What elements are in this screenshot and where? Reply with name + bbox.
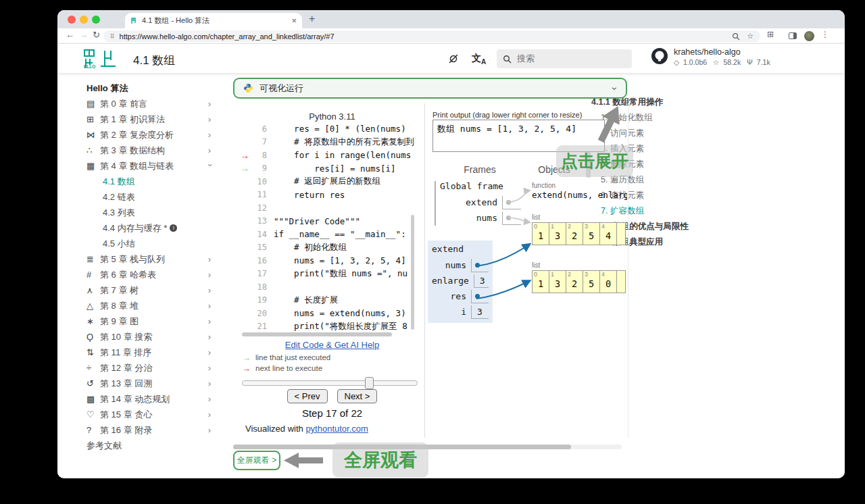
chevron-right-icon[interactable]: ›: [208, 363, 212, 373]
cell-value: 2: [566, 230, 583, 245]
url-text[interactable]: https://www.hello-algo.com/chapter_array…: [120, 32, 726, 41]
chevron-right-icon[interactable]: ›: [208, 130, 212, 140]
cell-index: 0: [533, 271, 549, 278]
edit-code-link[interactable]: Edit Code & Get AI Help: [285, 340, 379, 350]
chevron-right-icon[interactable]: ›: [208, 285, 212, 295]
sidebar-item[interactable]: ▦第 4 章 数组与链表›: [86, 158, 212, 174]
code-vertical-scrollbar[interactable]: [411, 215, 414, 330]
viz-panel-toggle[interactable]: 可视化运行 ›: [233, 78, 627, 99]
chevron-right-icon[interactable]: ›: [208, 394, 212, 404]
reload-icon[interactable]: ↻: [93, 30, 100, 40]
sidebar-item[interactable]: 4.4 内存与缓存 *!: [86, 220, 212, 236]
hello-algo-logo[interactable]: ELLO: [83, 49, 117, 69]
code-line: 16 nums = [1, 3, 2, 5, 4]: [240, 254, 425, 268]
minimize-window-button[interactable]: [80, 16, 88, 24]
close-window-button[interactable]: [68, 16, 76, 24]
cell-index: 1: [549, 271, 566, 278]
list-type-label: list: [532, 213, 628, 222]
sidebar-item[interactable]: ↺第 13 章 回溯›: [86, 376, 212, 391]
sidebar-item-label: 第 9 章 图: [100, 316, 139, 328]
sidebar-item-label: 第 15 章 贪心: [100, 409, 152, 421]
page-content: Hello 算法 ▤第 0 章 前言›⊞第 1 章 初识算法›⋈第 2 章 复杂…: [57, 73, 845, 478]
sidebar-item[interactable]: ▤第 0 章 前言›: [86, 96, 212, 111]
back-icon[interactable]: ←: [66, 30, 74, 40]
chevron-right-icon[interactable]: ›: [208, 409, 212, 420]
sidebar-item[interactable]: ⊞第 1 章 初识算法›: [86, 111, 212, 127]
step-slider-track[interactable]: [242, 380, 418, 386]
sidebar-item[interactable]: ▩第 14 章 动态规划›: [86, 391, 212, 407]
sidebar-item[interactable]: 4.2 链表: [86, 189, 212, 205]
chevron-down-icon[interactable]: ›: [610, 86, 621, 90]
fullscreen-link[interactable]: 全屏观看 >: [233, 451, 280, 470]
theme-toggle-icon[interactable]: [448, 53, 459, 64]
chapter-icon: ?: [86, 425, 100, 435]
code-horizontal-scrollbar[interactable]: [242, 332, 392, 336]
extensions-icon[interactable]: ⊞: [767, 30, 774, 39]
pointer-dot: [506, 200, 511, 205]
list-cell: 44: [599, 222, 617, 245]
side-panel-icon[interactable]: [789, 32, 797, 39]
step-slider-thumb[interactable]: [365, 377, 374, 389]
sidebar-item[interactable]: 4.3 列表: [86, 205, 212, 220]
browser-tab[interactable]: 4.1 数组 - Hello 算法 ×: [125, 13, 302, 28]
sidebar-item[interactable]: ?第 16 章 附录›: [86, 422, 212, 438]
chevron-right-icon[interactable]: ›: [208, 316, 212, 326]
sidebar-item[interactable]: △第 8 章 堆›: [86, 298, 212, 313]
new-tab-button[interactable]: +: [309, 13, 315, 25]
browser-menu-icon[interactable]: ⋮: [821, 30, 829, 39]
chevron-right-icon[interactable]: ›: [208, 332, 212, 342]
cell-value: 1: [533, 278, 549, 293]
sidebar-item[interactable]: Ϙ第 10 章 搜索›: [86, 329, 212, 345]
sidebar-item[interactable]: ⋏第 7 章 树›: [86, 282, 212, 298]
frame-variable-row: nums: [440, 210, 521, 226]
prev-step-button[interactable]: < Prev: [287, 389, 328, 403]
chevron-right-icon[interactable]: ›: [208, 347, 212, 357]
forward-icon[interactable]: →: [79, 30, 88, 40]
translate-icon[interactable]: 文A: [472, 53, 486, 66]
chevron-right-icon[interactable]: ›: [208, 99, 212, 109]
sidebar-item[interactable]: ≣第 5 章 栈与队列›: [86, 251, 212, 267]
zoom-window-button[interactable]: [92, 16, 100, 24]
print-output-label: Print output (drag lower right corner to…: [432, 111, 582, 119]
chevron-down-icon[interactable]: ›: [205, 163, 215, 168]
sidebar-item[interactable]: ⇅第 11 章 排序›: [86, 345, 212, 360]
chevron-right-icon[interactable]: ›: [208, 425, 212, 435]
global-frame: Global frame extendnums: [435, 181, 521, 226]
line-number: 16: [251, 256, 267, 266]
chevron-right-icon[interactable]: ›: [208, 254, 212, 264]
profile-avatar[interactable]: [804, 31, 814, 41]
search-input[interactable]: 搜索: [497, 49, 632, 68]
site-header: ELLO 4.1 数组 文A 搜索 krahets/hello-algo ◇1.…: [57, 44, 845, 73]
tab-close-icon[interactable]: ×: [291, 16, 297, 26]
sidebar-item[interactable]: ⋈第 2 章 复杂度分析›: [86, 127, 212, 143]
chevron-right-icon[interactable]: ›: [208, 301, 212, 311]
sidebar-item[interactable]: 4.1 数组: [86, 174, 212, 189]
sidebar-item-label: 第 1 章 初识算法: [100, 114, 165, 126]
github-repo-link[interactable]: krahets/hello-algo ◇1.0.0b6 ☆58.2k Ψ7.1k: [651, 47, 774, 66]
next-step-button[interactable]: Next >: [337, 389, 378, 403]
chevron-right-icon[interactable]: ›: [208, 270, 212, 280]
zoom-icon[interactable]: [732, 32, 740, 41]
sidebar-item[interactable]: ÷第 12 章 分治›: [86, 360, 212, 376]
browser-window: 4.1 数组 - Hello 算法 × + ← → ↻ ⠿ https://ww…: [57, 10, 845, 478]
sidebar-item[interactable]: 4.5 小结: [86, 236, 212, 251]
pythontutor-link[interactable]: pythontutor.com: [305, 424, 368, 434]
chevron-right-icon[interactable]: ›: [208, 145, 212, 155]
site-info-icon[interactable]: ⠿: [110, 33, 114, 40]
sidebar-title[interactable]: Hello 算法: [86, 80, 212, 96]
sidebar-item[interactable]: ∗第 9 章 图›: [86, 313, 212, 329]
code-view: 6 res = [0] * (len(nums)7 # 将原数组中的所有元素复制…: [240, 122, 425, 335]
chevron-right-icon[interactable]: ›: [208, 114, 212, 124]
sidebar-item[interactable]: ♡第 15 章 贪心›: [86, 407, 212, 422]
sidebar-item[interactable]: #第 6 章 哈希表›: [86, 267, 212, 282]
bookmark-star-icon[interactable]: ☆: [747, 32, 753, 41]
code-text: # 初始化数组: [274, 242, 347, 253]
chevron-right-icon[interactable]: ›: [208, 378, 212, 388]
variable-name: extend: [466, 197, 502, 207]
sidebar-item[interactable]: ∴第 3 章 数据结构›: [86, 143, 212, 158]
extend-frame: extend numsenlarge3resi3: [428, 241, 493, 323]
line-number: 12: [251, 203, 267, 213]
list-cell: 01: [532, 270, 549, 293]
sidebar-item[interactable]: 参考文献: [86, 438, 212, 453]
address-bar[interactable]: ⠿ https://www.hello-algo.com/chapter_arr…: [103, 30, 760, 42]
